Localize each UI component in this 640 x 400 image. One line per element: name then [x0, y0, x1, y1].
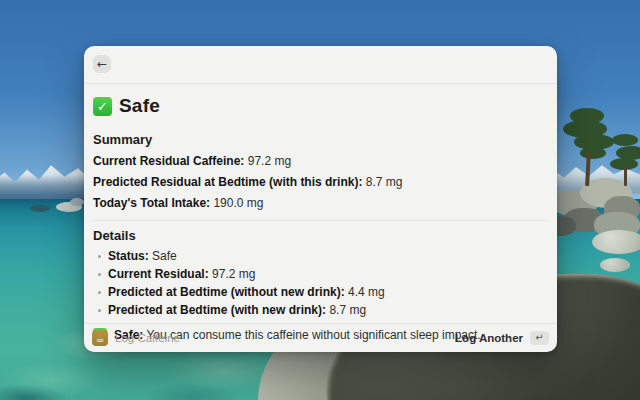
summary-row-predicted-bedtime: Predicted Residual at Bedtime (with this…	[93, 175, 547, 189]
summary-row-current-residual: Current Residual Caffeine: 97.2 mg	[93, 154, 547, 168]
app-name: Log Caffeine	[115, 332, 180, 344]
details-list: Status: Safe Current Residual: 97.2 mg P…	[93, 249, 547, 317]
detail-item-status: Status: Safe	[93, 249, 547, 263]
return-key-icon[interactable]: ↵	[530, 331, 549, 345]
back-button[interactable]: ←	[93, 55, 111, 73]
detail-value: 8.7 mg	[329, 303, 366, 317]
coffee-cup-icon: ☕	[92, 330, 108, 346]
waterline-rock	[30, 205, 50, 212]
back-arrow-icon: ←	[97, 57, 107, 71]
result-detail: ✓ Safe Summary Current Residual Caffeine…	[84, 84, 557, 342]
waterline-rock	[70, 198, 84, 206]
log-another-action[interactable]: Log Another	[455, 332, 523, 344]
summary-value: 97.2 mg	[248, 154, 291, 168]
summary-value: 190.0 mg	[213, 196, 263, 210]
submerged-boulder	[592, 230, 640, 254]
detail-item-predicted-without: Predicted at Bedtime (without new drink)…	[93, 285, 547, 299]
detail-value: 97.2 mg	[212, 267, 255, 281]
detail-item-predicted-with: Predicted at Bedtime (with new drink): 8…	[93, 303, 547, 317]
detail-label: Status:	[108, 249, 149, 263]
details-heading: Details	[93, 228, 547, 243]
detail-label: Predicted at Bedtime (with new drink):	[108, 303, 326, 317]
summary-label: Today's Total Intake:	[93, 196, 210, 210]
detail-item-current-residual: Current Residual: 97.2 mg	[93, 267, 547, 281]
submerged-boulder	[600, 258, 630, 272]
summary-row-total-intake: Today's Total Intake: 190.0 mg	[93, 196, 547, 210]
desktop: ← ✓ Safe Summary Current Residual Caffei…	[0, 0, 640, 400]
summary-label: Current Residual Caffeine:	[93, 154, 244, 168]
detail-value: 4.4 mg	[348, 285, 385, 299]
section-divider	[93, 220, 547, 221]
summary-label: Predicted Residual at Bedtime (with this…	[93, 175, 362, 189]
window-header: ←	[84, 46, 557, 84]
summary-heading: Summary	[93, 132, 547, 147]
check-mark-emoji-icon: ✓	[93, 97, 112, 116]
page-title-row: ✓ Safe	[93, 95, 547, 117]
window-footer: ☕ Log Caffeine Log Another ↵	[84, 323, 557, 352]
page-title: Safe	[119, 95, 160, 117]
detail-value: Safe	[152, 249, 177, 263]
app-window: ← ✓ Safe Summary Current Residual Caffei…	[84, 46, 557, 352]
detail-label: Current Residual:	[108, 267, 209, 281]
summary-value: 8.7 mg	[366, 175, 403, 189]
detail-label: Predicted at Bedtime (without new drink)…	[108, 285, 345, 299]
